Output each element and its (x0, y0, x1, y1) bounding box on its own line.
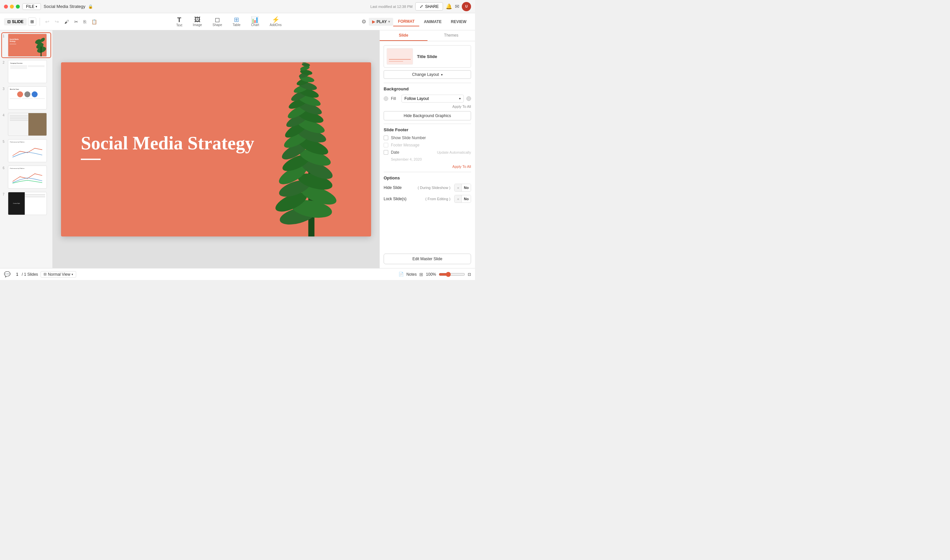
play-button[interactable]: ▶ PLAY ▾ (369, 18, 394, 26)
slide-thumb-6[interactable]: 6 Performance by Platform (2, 165, 51, 189)
footer-title: Slide Footer (383, 127, 471, 132)
divider-2 (383, 124, 471, 124)
grid-view-button[interactable]: ⊞ (28, 17, 36, 26)
apply-all-footer[interactable]: Apply To All (383, 165, 471, 169)
date-checkbox[interactable] (383, 150, 388, 155)
slide-num-1: 1 (3, 34, 6, 38)
traffic-light-yellow[interactable] (10, 5, 14, 9)
review-tab[interactable]: REVIEW (446, 17, 471, 26)
zoom-slider[interactable] (439, 272, 465, 277)
hide-slide-toggle[interactable]: ○ No (454, 184, 471, 192)
edit-master-section: Edit Master Slide (380, 254, 475, 268)
tab-slide[interactable]: Slide (380, 30, 428, 41)
slide-num-4: 4 (3, 113, 6, 117)
fit-button[interactable]: ⊡ (468, 272, 471, 277)
hide-background-button[interactable]: Hide Background Graphics (383, 111, 471, 120)
lock-slide-toggle-off[interactable]: ○ (454, 195, 462, 203)
background-section: Background Fill Follow Layout ▾ Apply To… (383, 86, 471, 120)
tool-table[interactable]: ⊞ Table (227, 15, 246, 28)
change-layout-button[interactable]: Change Layout ▾ (383, 70, 471, 79)
format-label: FORMAT (398, 19, 414, 24)
divider-1 (383, 83, 471, 83)
traffic-lights (4, 5, 20, 9)
share-button[interactable]: ⤢ SHARE (415, 2, 443, 11)
text-tool-icon: T (177, 17, 181, 23)
edit-master-label: Edit Master Slide (412, 257, 442, 261)
slide-button[interactable]: ⊡ SLIDE (4, 18, 27, 25)
lock-slide-row: Lock Slide(s) ( From Editing ) ○ No (383, 195, 471, 203)
lock-slide-toggle[interactable]: ○ No (454, 195, 471, 203)
slide-thumb-1[interactable]: 1 Social Media (2, 33, 51, 57)
traffic-light-green[interactable] (16, 5, 20, 9)
slide-icon: ⊡ (7, 20, 11, 24)
lock-slide-label: Lock Slide(s) (383, 197, 423, 201)
layout-preview: Title Slide (383, 45, 471, 68)
slide-thumb-4[interactable]: 4 (2, 112, 51, 137)
thumb-img-5: Performance by Platform (8, 139, 47, 162)
notes-button[interactable]: Notes (406, 272, 417, 277)
fill-caret: ▾ (459, 97, 461, 100)
slide-thumb-2[interactable]: 2 Company Overview (2, 59, 51, 84)
edit-master-button[interactable]: Edit Master Slide (383, 254, 471, 264)
bell-icon[interactable]: 🔔 (446, 3, 452, 9)
slide-thumb-7[interactable]: 7 Content Style (2, 191, 51, 216)
paste-button[interactable]: 📋 (89, 18, 99, 26)
slide-num-3: 3 (3, 86, 6, 91)
lock-slide-sub: ( From Editing ) (425, 197, 451, 201)
tab-themes[interactable]: Themes (428, 30, 475, 41)
layout-section: Title Slide Change Layout ▾ (383, 45, 471, 79)
shape-tool-label: Shape (212, 23, 222, 27)
message-icon[interactable]: ✉ (455, 3, 459, 9)
play-icon: ▶ (372, 20, 375, 24)
format-tab[interactable]: FORMAT (393, 17, 419, 26)
slide-title[interactable]: Social Media Strategy (81, 133, 254, 160)
redo-button[interactable]: ↪ (53, 17, 61, 26)
color-dot[interactable] (383, 96, 388, 101)
tool-addons[interactable]: ⚡ AddOns (265, 15, 287, 28)
thumb-img-6: Performance by Platform (8, 166, 47, 189)
slide-canvas[interactable]: Social Media Strategy (61, 62, 371, 237)
avatar[interactable]: U (462, 2, 471, 11)
hide-slide-toggle-no[interactable]: No (462, 184, 471, 191)
undo-button[interactable]: ↩ (43, 17, 51, 26)
animate-tab[interactable]: ANIMATE (419, 17, 446, 26)
layout-thumb (386, 48, 413, 65)
chart-tool-label: Chart (251, 23, 259, 27)
paint-format-button[interactable]: 🖌 (62, 18, 71, 26)
tool-image[interactable]: 🖼 Image (188, 15, 208, 28)
fill-label: Fill (391, 96, 399, 101)
thumb-img-7: Content Style (8, 192, 47, 215)
lock-slide-toggle-no[interactable]: No (462, 195, 471, 203)
slide-thumb-3[interactable]: 3 Meet the Team (2, 86, 51, 110)
file-menu-button[interactable]: FILE ▾ (22, 3, 41, 10)
status-bar: 💬 / 1 Slides ⊟ Normal View ▾ 📄 Notes ⊞ 1… (0, 268, 475, 280)
hide-slide-toggle-off[interactable]: ○ (454, 184, 462, 191)
cut-button[interactable]: ✂ (72, 18, 80, 26)
copy-button[interactable]: ⎘ (82, 18, 88, 26)
chart-tool-icon: 📊 (251, 17, 259, 23)
fill-dropdown[interactable]: Follow Layout ▾ (402, 95, 464, 103)
page-number-input[interactable] (13, 272, 21, 277)
show-slide-num-checkbox[interactable] (383, 135, 388, 140)
apply-all-bg[interactable]: Apply To All (383, 105, 471, 109)
chat-icon[interactable]: 💬 (4, 271, 11, 277)
tool-shape[interactable]: ◻ Shape (207, 15, 227, 28)
slide-num-6: 6 (3, 166, 6, 170)
image-tool-label: Image (193, 23, 202, 27)
background-title: Background (383, 86, 471, 91)
slide-num-7: 7 (3, 192, 6, 196)
tool-text[interactable]: T Text (171, 15, 187, 28)
change-layout-caret: ▾ (441, 73, 443, 77)
thumb-img-3: Meet the Team (8, 86, 47, 109)
normal-view-button[interactable]: ⊟ Normal View ▾ (40, 271, 76, 278)
tool-chart[interactable]: 📊 Chart (246, 15, 264, 28)
color-picker-dot[interactable] (467, 96, 471, 101)
share-icon: ⤢ (420, 4, 423, 9)
footer-msg-checkbox[interactable] (383, 143, 388, 148)
settings-button[interactable]: ⚙ (359, 17, 369, 26)
grid-status-icon[interactable]: ⊞ (419, 272, 423, 277)
traffic-light-red[interactable] (4, 5, 8, 9)
slide-thumb-5[interactable]: 5 Performance by Platform (2, 138, 51, 163)
footer-msg-label: Footer Message (391, 143, 471, 148)
thumb-img-1: Social MediaStrategy (8, 34, 47, 57)
